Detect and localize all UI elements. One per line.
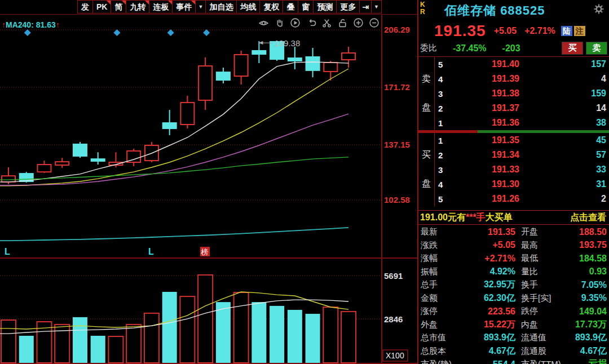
replay-icon[interactable] <box>290 17 301 28</box>
level-index: 3 <box>435 165 453 175</box>
toolbar-button-加自选[interactable]: 加自选 <box>205 0 237 14</box>
notice-text: 大买单 <box>486 212 513 224</box>
toolbar-button-九转[interactable]: 九转 <box>126 0 149 14</box>
settings-gear-icon[interactable] <box>593 3 604 15</box>
zoom-in-icon[interactable] <box>353 17 364 28</box>
volume-bar <box>91 336 105 363</box>
stat-row: 市盈(静)554.4市盈(TTM)亏损 <box>418 358 609 364</box>
level-price: 191.30 <box>453 179 519 189</box>
stat-label: 涨跌 <box>418 240 464 251</box>
kline-chart[interactable]: 206.29171.72137.15102.5856912846X100199.… <box>0 0 417 364</box>
toolbar-button-事件[interactable]: 事件 <box>172 0 196 14</box>
up-arrow-icon: ↑ <box>56 20 60 29</box>
stock-name: 佰维存储 <box>444 3 496 17</box>
candle-body <box>324 63 337 72</box>
toolbar-button-均线[interactable]: 均线 <box>236 0 260 14</box>
collapse-right-icon[interactable]: ⇥ <box>359 0 372 14</box>
candle-body <box>163 123 176 128</box>
order-level-row[interactable]: 3191.38159 <box>435 86 609 101</box>
order-level-row[interactable]: 5191.262 <box>435 192 609 206</box>
weibi-row: 委比 -37.45% -203 买 卖 <box>418 41 609 56</box>
sell-button[interactable]: 卖 <box>586 42 607 55</box>
level-volume: 157 <box>519 59 609 69</box>
level-price: 191.37 <box>453 103 519 113</box>
l-marker: L <box>5 247 10 256</box>
stat-value: 223.56 <box>464 307 515 317</box>
stat-label: 总市值 <box>418 332 464 343</box>
price-tick-label: 102.58 <box>384 195 410 205</box>
corner-alert-badge <box>191 1 195 5</box>
toolbar-button-简[interactable]: 简 <box>111 0 126 14</box>
stat-label: 金额 <box>418 293 464 304</box>
toolbar-button-更多[interactable]: 更多 <box>336 0 360 14</box>
order-level-row[interactable]: 2191.3714 <box>435 101 609 116</box>
undo-icon[interactable] <box>306 17 316 28</box>
event-diamond-marker <box>113 29 120 36</box>
candle-body <box>198 66 212 100</box>
toolbar-button-连板[interactable]: 连板 <box>149 0 173 14</box>
bang-badge[interactable]: 榜 <box>201 248 209 256</box>
order-level-row[interactable]: 3191.3333 <box>435 162 609 177</box>
big-order-notice[interactable]: 191.00元有 ***手 大买单点击查看 <box>418 210 609 225</box>
candle-body <box>37 165 51 172</box>
kr-buttons: K R <box>420 1 425 16</box>
toolbar-caret-button[interactable]: ▼ <box>195 0 206 14</box>
toolbar-button-复权[interactable]: 复权 <box>259 0 283 14</box>
toolbar-button-预测[interactable]: 预测 <box>313 0 337 14</box>
candle-body <box>252 51 266 54</box>
stat-value: 4.92% <box>464 267 515 277</box>
event-diamond-marker <box>167 29 174 36</box>
volume-tick-label: 2846 <box>384 314 403 324</box>
order-level-row[interactable]: 2191.3457 <box>435 148 609 162</box>
toolbar-button-窗[interactable]: 窗 <box>298 0 314 14</box>
volume-bar <box>216 302 231 363</box>
quote-panel: K R 佰维存储 688525 191.35 +5.05 +2.71% 陆 注 … <box>417 0 609 364</box>
stat-value: 184.58 <box>565 254 609 264</box>
badge-note[interactable]: 注 <box>574 26 585 36</box>
order-level-row[interactable]: 1191.3545 <box>435 133 609 148</box>
toolbar-button-发[interactable]: 发 <box>77 0 93 14</box>
notice-text: ***手 <box>466 212 486 224</box>
stat-label: 涨停 <box>418 306 464 317</box>
candle-body <box>217 72 230 80</box>
level-index: 5 <box>435 60 453 69</box>
stat-value: 188.50 <box>565 227 609 237</box>
volume-bar <box>341 312 356 363</box>
stat-value: 0.93 <box>565 267 609 277</box>
volume-unit-label: X100 <box>386 351 404 360</box>
badge-lu[interactable]: 陆 <box>561 26 572 36</box>
order-level-row[interactable]: 1191.3638 <box>435 116 609 130</box>
level-index: 1 <box>435 136 453 145</box>
candle-body <box>180 103 194 125</box>
order-level-row[interactable]: 5191.40157 <box>435 57 609 72</box>
price-change: +5.05 <box>494 26 517 36</box>
stat-value: 191.35 <box>464 227 515 237</box>
stat-label: 涨幅 <box>418 253 464 264</box>
stat-label: 最低 <box>515 253 565 264</box>
stock-code: 688525 <box>500 3 545 17</box>
drag-hand-icon[interactable] <box>274 17 285 28</box>
stat-label: 流通股 <box>515 346 565 357</box>
level-price: 191.34 <box>453 150 519 160</box>
zoom-out-icon[interactable] <box>369 17 379 28</box>
level-price: 191.36 <box>453 118 519 128</box>
stat-row: 涨停223.56跌停149.04 <box>418 305 609 318</box>
toolbar-button-叠[interactable]: 叠 <box>283 0 298 14</box>
price-row: 191.35 +5.05 +2.71% 陆 注 <box>418 21 609 41</box>
cut-icon[interactable] <box>321 17 332 28</box>
buy-button[interactable]: 买 <box>562 42 583 55</box>
ma-line-white <box>0 62 348 182</box>
order-level-row[interactable]: 4191.3031 <box>435 177 609 192</box>
volume-bar <box>162 292 177 363</box>
stat-row: 最新191.35开盘188.50 <box>418 225 609 239</box>
r-button[interactable]: R <box>420 8 425 16</box>
stat-label: 总股本 <box>418 346 464 357</box>
order-level-row[interactable]: 4191.394 <box>435 72 609 86</box>
eye-icon[interactable] <box>258 17 269 28</box>
corner-alert-badge <box>122 1 126 5</box>
unlock-icon[interactable] <box>337 17 348 28</box>
toolbar-button-PK[interactable]: PK <box>92 0 111 14</box>
level-volume: 57 <box>519 150 609 160</box>
up-arrow-icon: ↑ <box>2 20 6 29</box>
caret-down-icon[interactable]: ▼ <box>371 0 382 14</box>
